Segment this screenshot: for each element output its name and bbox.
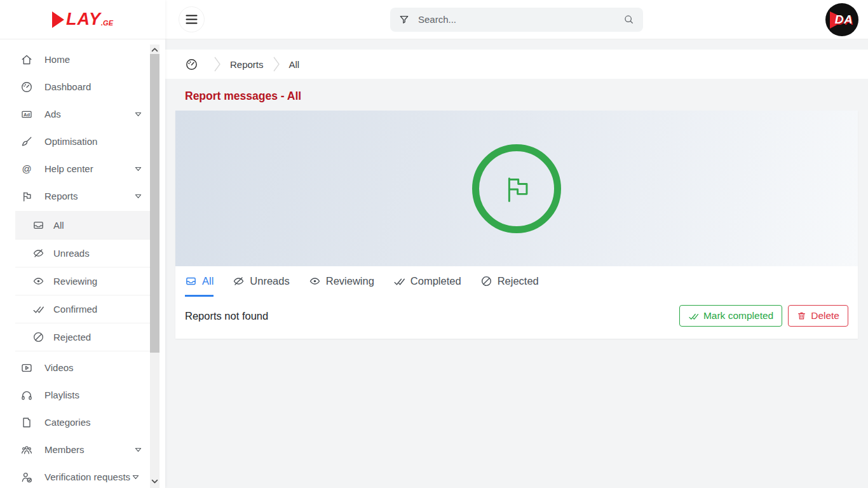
delete-button[interactable]: Delete xyxy=(788,305,848,327)
sidebar-item-home[interactable]: Home xyxy=(0,46,165,73)
double-check-icon xyxy=(32,303,44,316)
inbox-icon xyxy=(32,219,44,232)
tab-completed[interactable]: Completed xyxy=(393,266,461,297)
user-avatar[interactable]: DA xyxy=(825,3,858,36)
at-icon: @ xyxy=(20,163,33,175)
sidebar-item-label: Playlists xyxy=(44,390,79,400)
breadcrumb-separator-icon xyxy=(273,56,280,72)
sidebar-item-label: Home xyxy=(44,54,70,65)
sidebar-item-reports-unreads[interactable]: Unreads xyxy=(15,240,150,268)
sidebar-subitem-label: Unreads xyxy=(53,248,90,259)
sidebar-item-label: Help center xyxy=(44,163,93,174)
sidebar-item-optimisation[interactable]: Optimisation xyxy=(0,128,165,155)
slash-circle-icon xyxy=(32,331,44,344)
logo-area[interactable]: LAY .GE xyxy=(0,0,165,39)
sidebar-item-help-center[interactable]: @ Help center xyxy=(0,155,165,182)
dashboard-icon xyxy=(20,81,33,93)
search-bar[interactable] xyxy=(390,8,643,32)
sidebar-item-label: Verification requests xyxy=(44,471,130,482)
sidebar-scrollbar[interactable] xyxy=(150,44,159,488)
avatar-initials: DA xyxy=(835,13,853,27)
members-icon xyxy=(20,444,33,456)
report-status-tabs: All Unreads Reviewing xyxy=(175,266,858,297)
chevron-down-icon xyxy=(134,165,142,173)
play-triangle-icon xyxy=(52,10,65,29)
sidebar: LAY .GE Home Dashboard Ad xyxy=(0,0,165,488)
inbox-icon xyxy=(185,275,197,287)
sidebar-item-reports[interactable]: Reports xyxy=(0,182,165,210)
headphones-icon xyxy=(20,389,33,402)
svg-text:@: @ xyxy=(22,163,31,173)
sidebar-item-playlists[interactable]: Playlists xyxy=(0,381,165,409)
main-content: Reports All Report messages - All xyxy=(165,39,868,488)
chevron-down-icon xyxy=(134,192,142,200)
delete-label: Delete xyxy=(811,310,839,322)
app-window: LAY .GE Home Dashboard Ad xyxy=(0,0,868,488)
tab-unreads[interactable]: Unreads xyxy=(233,266,289,297)
hamburger-menu-button[interactable] xyxy=(179,6,205,32)
breadcrumb: Reports All xyxy=(165,50,868,79)
video-play-icon xyxy=(20,362,33,374)
breadcrumb-item-reports[interactable]: Reports xyxy=(230,59,264,70)
sidebar-item-categories[interactable]: Categories xyxy=(0,409,165,436)
sidebar-item-reports-rejected[interactable]: Rejected xyxy=(15,323,150,351)
broom-icon xyxy=(20,135,33,148)
tab-label: Reviewing xyxy=(326,275,374,287)
eye-off-icon xyxy=(32,247,44,260)
sidebar-item-label: Categories xyxy=(44,417,91,428)
reports-banner xyxy=(175,111,858,266)
scrollbar-thumb[interactable] xyxy=(150,54,159,353)
sidebar-item-reports-reviewing[interactable]: Reviewing xyxy=(15,268,150,295)
svg-text:Ad: Ad xyxy=(24,111,30,117)
sidebar-item-dashboard[interactable]: Dashboard xyxy=(0,73,165,100)
breadcrumb-item-all[interactable]: All xyxy=(289,59,300,70)
sidebar-item-videos[interactable]: Videos xyxy=(0,354,165,381)
chevron-down-icon xyxy=(132,473,140,481)
logo-text: LAY xyxy=(66,10,101,29)
sidebar-item-verification-requests[interactable]: Verification requests xyxy=(0,463,165,488)
chevron-down-icon xyxy=(134,445,142,454)
mark-completed-label: Mark completed xyxy=(703,310,773,322)
sidebar-item-reports-confirmed[interactable]: Confirmed xyxy=(15,295,150,323)
playge-logo: LAY .GE xyxy=(52,10,113,29)
flag-circle-icon xyxy=(472,144,561,233)
reports-empty-row: Reports not found Mark completed Delete xyxy=(175,297,858,339)
tab-label: Completed xyxy=(410,275,461,287)
tab-reviewing[interactable]: Reviewing xyxy=(309,266,374,297)
ad-icon: Ad xyxy=(20,108,33,121)
search-input[interactable] xyxy=(418,14,617,25)
tab-label: All xyxy=(202,275,214,287)
sidebar-subitem-label: Rejected xyxy=(53,332,91,342)
empty-state-message: Reports not found xyxy=(185,310,268,322)
search-icon[interactable] xyxy=(623,14,634,25)
sidebar-subitem-label: All xyxy=(53,220,64,231)
sidebar-item-ads[interactable]: Ad Ads xyxy=(0,100,165,128)
sidebar-item-label: Members xyxy=(44,444,85,455)
mark-completed-button[interactable]: Mark completed xyxy=(679,305,782,327)
tab-rejected[interactable]: Rejected xyxy=(480,266,539,297)
double-check-icon xyxy=(393,275,405,287)
logo-suffix: .GE xyxy=(101,19,113,27)
eye-off-icon xyxy=(233,275,245,287)
sidebar-item-label: Dashboard xyxy=(44,81,91,92)
reports-submenu: All Unreads Reviewing xyxy=(15,211,150,351)
scroll-down-icon[interactable] xyxy=(150,477,159,486)
user-check-icon xyxy=(20,471,33,484)
home-icon xyxy=(20,53,33,66)
scroll-up-icon[interactable] xyxy=(150,44,159,54)
sidebar-subitem-label: Confirmed xyxy=(53,304,97,315)
dashboard-icon[interactable] xyxy=(185,58,198,71)
sidebar-item-label: Optimisation xyxy=(44,136,97,147)
flag-icon xyxy=(20,190,33,203)
double-check-icon xyxy=(688,311,699,322)
page-title: Report messages - All xyxy=(185,90,848,103)
sidebar-item-reports-all[interactable]: All xyxy=(15,212,150,240)
eye-icon xyxy=(32,275,44,288)
eye-icon xyxy=(309,275,321,287)
main-column: DA Reports All Report messages - All xyxy=(165,0,868,488)
chevron-down-icon xyxy=(134,110,142,118)
sidebar-item-members[interactable]: Members xyxy=(0,436,165,463)
tab-all[interactable]: All xyxy=(185,266,214,297)
filter-icon[interactable] xyxy=(399,15,409,25)
breadcrumb-separator-icon xyxy=(214,56,221,72)
